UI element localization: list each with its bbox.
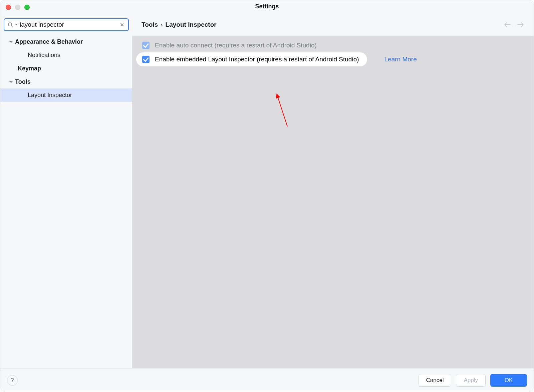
cancel-button[interactable]: Cancel bbox=[419, 374, 452, 387]
button-label: Apply bbox=[464, 377, 478, 384]
chevron-down-icon bbox=[8, 40, 14, 44]
footer: ? Cancel Apply OK bbox=[0, 368, 534, 392]
window-close-button[interactable] bbox=[6, 5, 11, 10]
settings-window: Settings ✕ bbox=[0, 0, 534, 392]
learn-more-link[interactable]: Learn More bbox=[384, 56, 417, 63]
header-nav bbox=[504, 22, 524, 27]
sidebar-item-label: Keymap bbox=[18, 65, 41, 72]
sidebar-item-appearance-behavior[interactable]: Appearance & Behavior bbox=[0, 35, 132, 48]
content: Tools › Layout Inspector Enab bbox=[132, 14, 534, 368]
annotation-arrow-icon bbox=[274, 90, 297, 130]
button-label: OK bbox=[505, 377, 513, 384]
checkbox-embedded[interactable] bbox=[142, 56, 150, 63]
search-input[interactable] bbox=[20, 21, 117, 28]
sidebar-item-label: Layout Inspector bbox=[28, 92, 72, 99]
sidebar-item-layout-inspector[interactable]: Layout Inspector bbox=[0, 88, 132, 102]
content-pane: Enable auto connect (requires a restart … bbox=[132, 36, 534, 368]
nav-forward-icon[interactable] bbox=[517, 22, 524, 27]
help-button[interactable]: ? bbox=[7, 375, 18, 386]
chevron-down-icon bbox=[8, 80, 14, 84]
window-maximize-button[interactable] bbox=[24, 5, 30, 10]
button-label: Cancel bbox=[426, 377, 444, 384]
breadcrumb: Tools › Layout Inspector bbox=[142, 21, 217, 28]
sidebar-item-label: Notifications bbox=[28, 52, 60, 59]
option-auto-connect[interactable]: Enable auto connect (requires a restart … bbox=[132, 38, 534, 52]
search-clear-icon[interactable]: ✕ bbox=[119, 22, 125, 28]
nav-back-icon[interactable] bbox=[504, 22, 511, 27]
sidebar: ✕ Appearance & Behavior Notifications Ke… bbox=[0, 14, 132, 368]
breadcrumb-current: Layout Inspector bbox=[166, 21, 217, 28]
sidebar-item-label: Appearance & Behavior bbox=[15, 38, 83, 45]
sidebar-item-tools[interactable]: Tools bbox=[0, 75, 132, 88]
breadcrumb-parent[interactable]: Tools bbox=[142, 21, 158, 28]
window-title: Settings bbox=[255, 3, 279, 10]
checkbox-auto-connect[interactable] bbox=[142, 42, 150, 49]
option-embedded-highlight: Enable embedded Layout Inspector (requir… bbox=[136, 52, 367, 66]
body: ✕ Appearance & Behavior Notifications Ke… bbox=[0, 14, 534, 368]
search-dropdown-icon[interactable] bbox=[15, 24, 18, 26]
svg-line-3 bbox=[277, 95, 287, 126]
settings-tree: Appearance & Behavior Notifications Keym… bbox=[0, 35, 132, 102]
breadcrumb-separator-icon: › bbox=[161, 21, 163, 28]
ok-button[interactable]: OK bbox=[490, 374, 527, 387]
search-icon bbox=[8, 22, 13, 27]
sidebar-item-label: Tools bbox=[15, 78, 31, 85]
sidebar-item-keymap[interactable]: Keymap bbox=[0, 62, 132, 75]
svg-line-1 bbox=[11, 26, 13, 27]
option-embedded[interactable]: Enable embedded Layout Inspector (requir… bbox=[136, 52, 367, 66]
option-embedded-row: Enable embedded Layout Inspector (requir… bbox=[132, 52, 534, 66]
option-label: Enable embedded Layout Inspector (requir… bbox=[155, 56, 359, 63]
window-minimize-button[interactable] bbox=[15, 5, 20, 10]
titlebar: Settings bbox=[0, 0, 534, 14]
search-field[interactable]: ✕ bbox=[4, 18, 129, 31]
apply-button: Apply bbox=[456, 374, 486, 387]
option-label: Enable auto connect (requires a restart … bbox=[155, 42, 317, 49]
search-wrap: ✕ bbox=[0, 18, 132, 35]
content-header: Tools › Layout Inspector bbox=[132, 14, 534, 36]
help-icon: ? bbox=[11, 377, 14, 384]
sidebar-item-notifications[interactable]: Notifications bbox=[0, 48, 132, 62]
traffic-lights bbox=[6, 5, 30, 10]
